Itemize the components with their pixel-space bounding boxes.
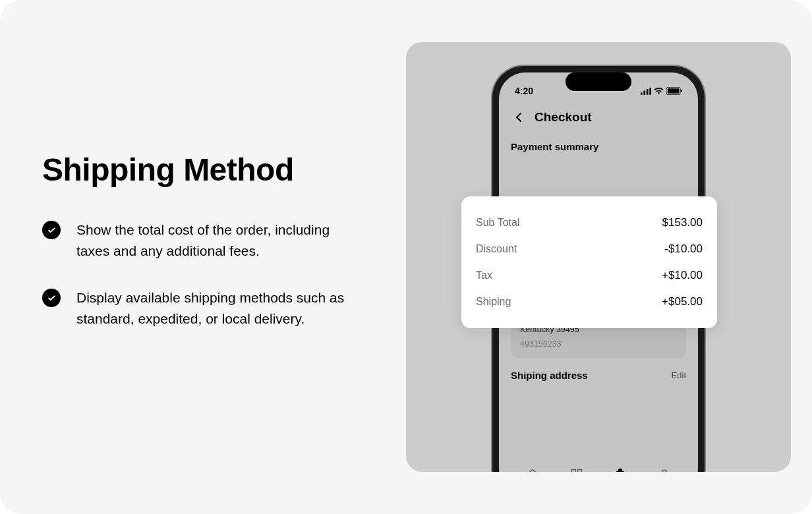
svg-rect-1: [643, 90, 645, 94]
back-button[interactable]: [511, 109, 527, 125]
payment-summary-popup: Sub Total $153.00 Discount -$10.00 Tax +…: [461, 196, 717, 328]
summary-label: Discount: [476, 243, 517, 255]
phone-preview-panel: 4:20 Checkout Payment summary: [406, 42, 791, 472]
shopping-bag-icon[interactable]: [614, 468, 627, 472]
summary-value: +$10.00: [662, 269, 703, 282]
chevron-left-icon: [515, 112, 522, 123]
summary-row: Shiping +$05.00: [476, 289, 703, 315]
svg-rect-5: [668, 88, 679, 94]
summary-value: +$05.00: [662, 295, 703, 308]
svg-rect-0: [641, 92, 643, 95]
dynamic-island: [566, 72, 631, 91]
shipping-action[interactable]: Edit: [672, 370, 686, 380]
svg-rect-7: [571, 470, 575, 472]
svg-rect-8: [577, 470, 581, 472]
summary-label: Tax: [476, 270, 492, 281]
summary-label: Shiping: [476, 296, 511, 308]
profile-icon[interactable]: [658, 468, 671, 472]
summary-row: Tax +$10.00: [476, 262, 703, 289]
feature-item: Display available shipping methods such …: [42, 287, 356, 329]
svg-rect-3: [649, 88, 651, 95]
check-icon: [42, 221, 61, 239]
billing-address-sub: 493156233: [520, 339, 677, 349]
status-icons: [641, 87, 682, 95]
svg-rect-2: [647, 88, 649, 94]
presentation-card: Shipping Method Show the total cost of t…: [0, 0, 812, 514]
feature-item: Show the total cost of the order, includ…: [42, 219, 356, 261]
page-title: Shipping Method: [42, 152, 356, 188]
feature-text: Show the total cost of the order, includ…: [76, 219, 356, 261]
battery-icon: [666, 87, 682, 95]
svg-point-11: [662, 470, 666, 472]
summary-row: Sub Total $153.00: [476, 210, 703, 236]
summary-value: -$10.00: [664, 243, 703, 256]
summary-value: $153.00: [662, 216, 703, 229]
app-header: Checkout: [499, 101, 698, 133]
check-icon: [42, 289, 61, 307]
summary-row: Discount -$10.00: [476, 236, 703, 262]
left-content: Shipping Method Show the total cost of t…: [0, 0, 382, 514]
shipping-title: Shiping address: [511, 370, 588, 381]
grid-icon[interactable]: [570, 468, 583, 472]
svg-rect-6: [681, 90, 682, 92]
app-title: Checkout: [535, 110, 592, 125]
bottom-nav: [499, 455, 698, 472]
shipping-section-header: Shiping address Edit: [499, 358, 698, 387]
status-time: 4:20: [515, 86, 533, 96]
home-icon[interactable]: [526, 468, 539, 472]
wifi-icon: [654, 88, 664, 95]
summary-label: Sub Total: [476, 217, 519, 229]
feature-text: Display available shipping methods such …: [76, 287, 356, 329]
signal-icon: [641, 88, 651, 95]
payment-summary-title: Payment summary: [499, 133, 698, 157]
